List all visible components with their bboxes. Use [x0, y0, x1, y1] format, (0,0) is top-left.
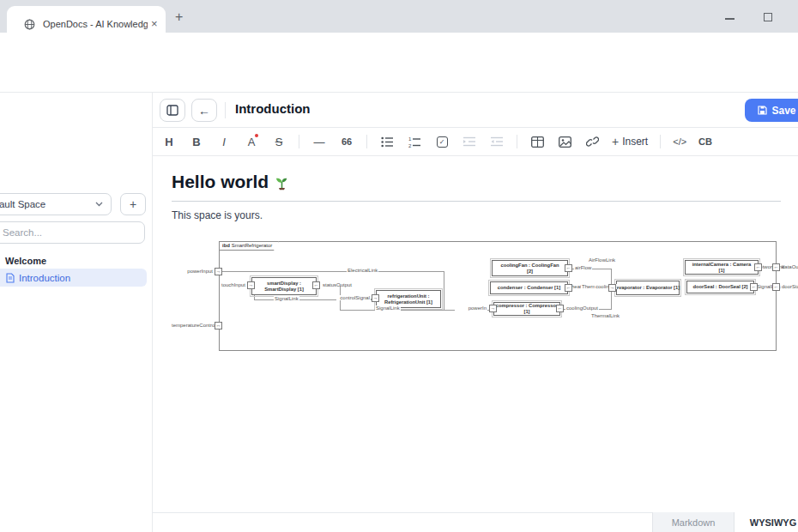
label-coolingoutput: coolingOutput: [565, 305, 599, 311]
block-doorseal[interactable]: doorSeal : DoorSeal [2]: [686, 281, 754, 293]
bullet-list-button[interactable]: [379, 134, 395, 149]
checkbox-icon: ✓: [437, 136, 448, 148]
app-header: OpenDocs Powered by Visual Paradigm Shar…: [0, 57, 798, 93]
inline-code-button[interactable]: </>: [673, 134, 686, 149]
indent-decrease-button[interactable]: [489, 134, 505, 149]
browser-tab[interactable]: OpenDocs - AI Knowledge Base ×: [7, 6, 166, 33]
text-color-button[interactable]: A: [244, 134, 259, 149]
diagram-frame: [219, 241, 777, 351]
browser-url-row: → ai-toolbox.visual-paradigm.com/app/ope…: [0, 33, 798, 57]
port-coolingin[interactable]: →: [608, 284, 616, 292]
tab-close-icon[interactable]: ×: [151, 17, 158, 30]
document-title: Introduction: [235, 101, 310, 116]
blockquote-button[interactable]: 66: [339, 134, 354, 149]
link-button[interactable]: [584, 134, 600, 149]
port-camera-out[interactable]: ←: [754, 263, 762, 271]
editor-toolbar: H B I A S — 66 12 ✓ +Insert: [153, 128, 798, 156]
port-heatout[interactable]: ←: [565, 284, 572, 292]
port-coolingoutput[interactable]: ←: [556, 305, 564, 312]
port-powerinput[interactable]: →: [215, 268, 222, 275]
space-selector[interactable]: Default Space: [0, 193, 112, 215]
tab-title: OpenDocs - AI Knowledge Base: [43, 19, 148, 29]
save-button[interactable]: Save: [745, 99, 798, 122]
label-controlsignal: controlSignal: [336, 295, 371, 300]
sidebar-item-introduction[interactable]: Introduction: [0, 269, 147, 287]
label-dataoutput: dataOutput: [782, 264, 798, 269]
divider: [366, 135, 367, 148]
port-touchinput[interactable]: →: [247, 281, 255, 289]
connector: [444, 271, 444, 311]
save-icon: [758, 106, 767, 115]
insert-button[interactable]: +Insert: [612, 134, 648, 149]
horizontal-rule-button[interactable]: —: [311, 134, 327, 149]
svg-text:1: 1: [408, 136, 412, 142]
new-tab-button[interactable]: +: [175, 9, 183, 25]
label-signallink: SignalLink: [375, 305, 401, 311]
sidebar-item-label: Introduction: [19, 273, 70, 283]
label-powerinput: powerInput: [172, 269, 213, 274]
globe-icon: [24, 19, 35, 30]
port-statusoutput[interactable]: ←: [312, 281, 320, 289]
port-temperaturecontrol[interactable]: ↔: [215, 322, 222, 329]
browser-tab-strip: OpenDocs - AI Knowledge Base × +: [0, 0, 798, 33]
window-maximize-button[interactable]: [764, 13, 772, 21]
label-doorstatus: doorStatus: [782, 284, 798, 289]
heading-button[interactable]: H: [161, 134, 177, 149]
indent-increase-button[interactable]: [462, 134, 477, 149]
bold-button[interactable]: B: [189, 134, 204, 149]
divider: [299, 135, 299, 148]
block-internalcamera[interactable]: internalCamera : Camera[1]: [685, 260, 759, 275]
body-text: This space is yours.: [172, 209, 263, 221]
label-powerin: powerIn: [455, 305, 487, 311]
table-button[interactable]: [529, 134, 545, 149]
port-doorstatus[interactable]: ←: [772, 283, 780, 291]
svg-text:2: 2: [408, 142, 412, 148]
label-thermallink: ThermalLink: [591, 313, 620, 318]
strikethrough-button[interactable]: S: [271, 134, 287, 149]
block-condenser[interactable]: condenser : Condenser [1]: [490, 281, 568, 294]
task-list-button[interactable]: ✓: [434, 134, 450, 149]
document-icon: [6, 273, 15, 283]
connector: [222, 271, 444, 272]
tab-markdown[interactable]: Markdown: [652, 512, 735, 532]
image-button[interactable]: [557, 134, 572, 149]
divider: [517, 135, 517, 148]
label-airflow: airFlow: [574, 265, 592, 270]
red-dot: [255, 134, 258, 137]
search-input[interactable]: [0, 221, 145, 244]
diagram-frame-label: ibd SmartRefrigerator: [219, 241, 279, 251]
port-controlsignal[interactable]: →: [372, 294, 379, 302]
label-temperaturecontrol: temperatureControl: [172, 323, 213, 328]
block-coolingfan[interactable]: coolingFan : CoolingFan[2]: [492, 260, 568, 276]
plus-icon: +: [612, 135, 619, 148]
label-statusoutput: statusOutput: [323, 282, 352, 287]
port-doorseal-out[interactable]: ←: [750, 283, 758, 291]
back-button[interactable]: ←: [191, 99, 217, 122]
block-evaporator[interactable]: evaporator : Evaporator [1]: [616, 281, 680, 295]
port-dataoutput[interactable]: ←: [772, 263, 780, 271]
panel-icon: [166, 105, 178, 116]
tab-wysiwyg[interactable]: WYSIWYG: [735, 512, 798, 532]
italic-button[interactable]: I: [216, 134, 232, 149]
label-touchinput: touchInput: [204, 282, 245, 287]
code-block-button[interactable]: CB: [698, 134, 712, 149]
toggle-sidebar-button[interactable]: [160, 99, 185, 122]
browser-window: OpenDocs - AI Knowledge Base × + → ai-to…: [0, 0, 798, 532]
label-signallink: SignalLink: [274, 296, 299, 301]
numbered-list-button[interactable]: 12: [407, 134, 422, 149]
block-smartdisplay[interactable]: smartDisplay :SmartDisplay [1]: [251, 277, 317, 295]
port-airflow[interactable]: ←: [565, 264, 572, 272]
divider: [225, 102, 226, 118]
space-selector-value: Default Space: [0, 199, 45, 209]
label-airflowlink: AirFlowLink: [589, 257, 615, 263]
sysml-ibd-diagram[interactable]: ibd SmartRefrigerator smartDisplay :Smar…: [172, 237, 798, 357]
divider: [660, 135, 661, 148]
block-compressor[interactable]: compressor : Compressor[1]: [493, 302, 560, 316]
page-heading: Hello world: [172, 172, 290, 192]
add-space-button[interactable]: +: [120, 193, 146, 215]
sidebar-section-label: Welcome: [5, 256, 46, 266]
port-powerin[interactable]: →: [489, 305, 497, 312]
seedling-emoji-icon: [274, 174, 290, 190]
window-minimize-button[interactable]: [725, 18, 735, 20]
heading-underline: [172, 201, 781, 202]
